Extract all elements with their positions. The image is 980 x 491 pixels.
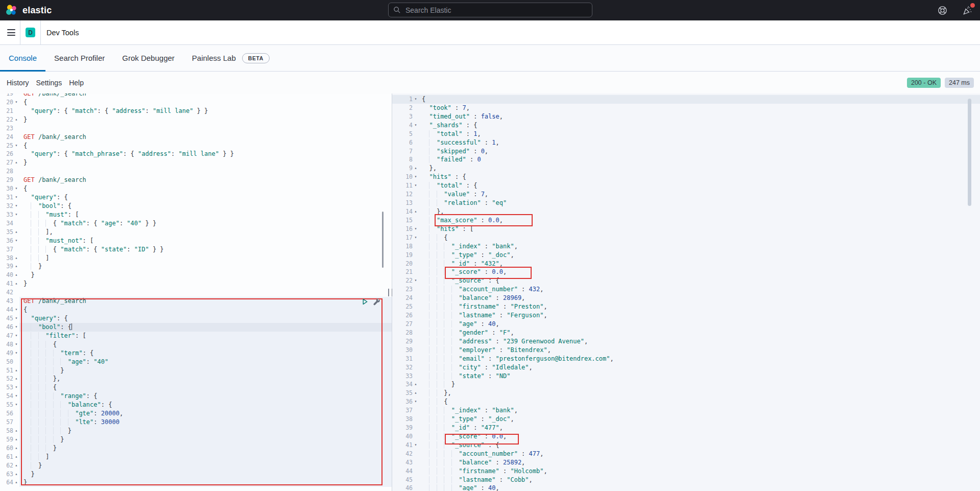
code-line: 35▴ },: [392, 389, 980, 398]
response-viewer[interactable]: 1▾{2 "took" : 7,3 "timed_out" : false,4▾…: [392, 93, 980, 491]
code-line: 33 "state" : "ND": [392, 372, 980, 381]
code-line: 60▴ }: [0, 444, 392, 453]
console-toolbar: History Settings Help 200 - OK 247 ms: [0, 72, 980, 93]
response-time-badge: 247 ms: [945, 78, 974, 88]
newsfeed-button[interactable]: [962, 5, 973, 16]
code-line: 36▾ {: [392, 398, 980, 406]
code-line: 41▴}: [0, 279, 392, 288]
code-line: 44▾{: [0, 306, 392, 314]
code-line: 19 "_type" : "_doc",: [392, 251, 980, 260]
code-line: 24GET /bank/_search: [0, 133, 392, 142]
code-line: 20▾{: [0, 98, 392, 107]
code-line: 49▾ "term": {: [0, 349, 392, 358]
code-line: 59▴ }: [0, 435, 392, 444]
space-avatar[interactable]: D: [26, 28, 35, 37]
code-line: 29GET /bank/_search: [0, 176, 392, 184]
nav-divider: [20, 20, 20, 44]
tab-painless-lab[interactable]: Painless Lab BETA: [183, 45, 278, 71]
code-line: 3 "timed_out" : false,: [392, 112, 980, 121]
request-editor[interactable]: 19GET /bank/_search20▾{21 "query": { "ma…: [0, 93, 392, 491]
code-line: 25▾{: [0, 142, 392, 150]
code-line: 15 "max_score" : 0.0,: [392, 216, 980, 225]
elastic-logo-icon[interactable]: [6, 4, 18, 16]
code-line: 14▴ },: [392, 207, 980, 216]
help-button[interactable]: [937, 5, 948, 16]
code-line: 22▴}: [0, 115, 392, 124]
code-line: 7 "skipped" : 0,: [392, 147, 980, 156]
code-line: 5 "total" : 1,: [392, 130, 980, 138]
response-scrollbar[interactable]: [968, 99, 971, 206]
code-line: 13 "relation" : "eq": [392, 199, 980, 207]
dev-tools-tabs: Console Search Profiler Grok Debugger Pa…: [0, 45, 980, 72]
code-line: 64▴}: [0, 478, 392, 487]
global-header: elastic: [0, 0, 980, 20]
code-line: 50 "age": "40": [0, 358, 392, 366]
code-line: 6 "successful" : 1,: [392, 138, 980, 147]
code-line: 16▾ "hits" : [: [392, 225, 980, 233]
console-area: 19GET /bank/_search20▾{21 "query": { "ma…: [0, 93, 980, 491]
code-line: 31▾ "query": {: [0, 193, 392, 202]
wrench-icon: [373, 298, 380, 306]
code-line: 34 { "match": { "age": "40" } }: [0, 219, 392, 228]
code-line: 23: [0, 124, 392, 133]
code-line: 22▾ "_source" : {: [392, 276, 980, 285]
code-line: 43 "balance" : 25892,: [392, 458, 980, 467]
code-line: 37 "_index" : "bank",: [392, 406, 980, 415]
help-link[interactable]: Help: [69, 79, 84, 87]
code-line: 47▾ "filter": [: [0, 332, 392, 340]
code-line: 1▾{: [392, 95, 980, 104]
request-options-button[interactable]: [372, 297, 380, 306]
code-line: 40 "_score" : 0.0,: [392, 432, 980, 441]
code-line: 23 "account_number" : 432,: [392, 285, 980, 294]
code-line: 17▾ {: [392, 233, 980, 242]
code-line: 55▾ "balance": {: [0, 401, 392, 409]
code-line: 38▴ ]: [0, 254, 392, 263]
code-line: 2 "took" : 7,: [392, 104, 980, 112]
tab-console[interactable]: Console: [0, 45, 45, 71]
code-line: 62▴ }: [0, 461, 392, 470]
code-line: 46▾ "bool": {: [0, 323, 392, 332]
code-line: 32▾ "bool": {: [0, 202, 392, 211]
code-line: 4▾ "_shards" : {: [392, 121, 980, 130]
code-line: 33▾ "must": [: [0, 211, 392, 219]
settings-link[interactable]: Settings: [36, 79, 62, 87]
code-line: 31 "email" : "prestonferguson@bitendrex.…: [392, 355, 980, 363]
code-line: 34▴ }: [392, 380, 980, 389]
search-input[interactable]: [404, 6, 587, 15]
history-link[interactable]: History: [7, 79, 29, 87]
code-line: 28: [0, 167, 392, 176]
code-line: 38 "_type" : "_doc",: [392, 415, 980, 424]
code-line: 46 "age" : 40,: [392, 484, 980, 491]
code-line: 21 "query": { "match": { "address": "mil…: [0, 107, 392, 115]
code-line: 10▾ "hits" : {: [392, 173, 980, 181]
code-line: 18 "_index" : "bank",: [392, 242, 980, 251]
code-line: 56 "gte": 20000,: [0, 409, 392, 418]
tab-search-profiler[interactable]: Search Profiler: [45, 45, 113, 71]
code-line: 48▾ {: [0, 340, 392, 349]
code-line: 26 "lastname" : "Ferguson",: [392, 311, 980, 320]
code-line: 9▴ },: [392, 164, 980, 173]
editor-code: 19GET /bank/_search20▾{21 "query": { "ma…: [0, 93, 392, 487]
global-search[interactable]: [388, 3, 592, 17]
code-line: 11▾ "total" : {: [392, 181, 980, 190]
code-line: 20 "_id" : "432",: [392, 260, 980, 268]
code-line: 29 "address" : "239 Greenwood Avenue",: [392, 337, 980, 346]
code-line: 45▾ "query": {: [0, 314, 392, 323]
code-line: 54▾ "range": {: [0, 392, 392, 401]
send-request-button[interactable]: [361, 297, 369, 306]
code-line: 27 "age" : 40,: [392, 320, 980, 329]
menu-button[interactable]: [7, 29, 15, 36]
code-line: 39▴ }: [0, 262, 392, 271]
code-line: 51▴ }: [0, 366, 392, 375]
tab-grok-debugger[interactable]: Grok Debugger: [113, 45, 183, 71]
editor-scrollbar[interactable]: [382, 212, 384, 268]
logo-wordmark: elastic: [22, 5, 52, 16]
notification-dot: [970, 3, 975, 8]
code-line: 32 "city" : "Idledale",: [392, 363, 980, 372]
code-line: 24 "balance" : 28969,: [392, 294, 980, 302]
code-line: 42: [0, 288, 392, 297]
beta-badge: BETA: [242, 53, 270, 63]
code-line: 19GET /bank/_search: [0, 93, 392, 98]
code-line: 39 "_id" : "477",: [392, 424, 980, 432]
breadcrumb-dev-tools[interactable]: Dev Tools: [46, 29, 79, 37]
